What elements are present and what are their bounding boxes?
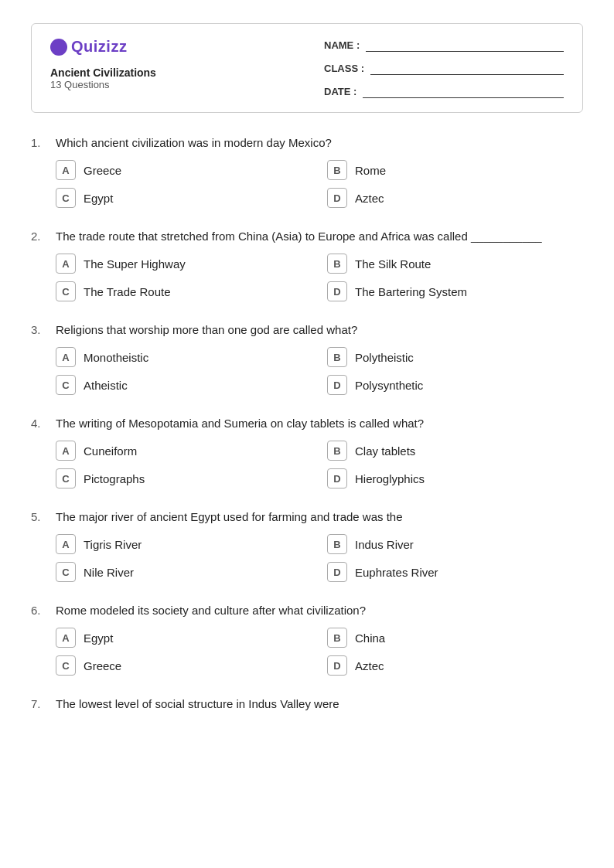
answer-text-5-d: Euphrates River (355, 566, 438, 579)
question-7-text: 7.The lowest level of social structure i… (31, 697, 583, 710)
answer-letter-a: A (56, 347, 76, 367)
answers-grid-5: ATigris RiverBIndus RiverCNile RiverDEup… (31, 534, 583, 582)
answer-letter-a: A (56, 254, 76, 274)
answer-text-1-c: Egypt (84, 192, 113, 205)
answer-text-6-b: China (355, 631, 385, 645)
answer-letter-c: C (56, 375, 76, 395)
answer-5-c[interactable]: CNile River (56, 562, 312, 582)
answer-text-6-d: Aztec (355, 659, 384, 672)
answers-grid-1: AGreeceBRomeCEgyptDAztec (31, 160, 583, 208)
answer-4-d[interactable]: DHieroglyphics (327, 468, 583, 488)
question-2-text: 2.The trade route that stretched from Ch… (31, 230, 583, 243)
answer-1-c[interactable]: CEgypt (56, 188, 312, 208)
answer-text-4-c: Pictographs (84, 472, 145, 485)
date-label: DATE : (324, 86, 356, 97)
answer-1-d[interactable]: DAztec (327, 188, 583, 208)
answer-3-b[interactable]: BPolytheistic (327, 347, 583, 367)
answer-3-a[interactable]: AMonotheistic (56, 347, 312, 367)
answer-6-b[interactable]: BChina (327, 628, 583, 648)
answer-text-3-d: Polysynthetic (355, 379, 423, 392)
answer-letter-b: B (327, 628, 347, 648)
answer-letter-b: B (327, 254, 347, 274)
answer-letter-c: C (56, 468, 76, 488)
answer-6-a[interactable]: AEgypt (56, 628, 312, 648)
answer-5-d[interactable]: DEuphrates River (327, 562, 583, 582)
answer-1-a[interactable]: AGreece (56, 160, 312, 180)
answers-grid-4: ACuneiformBClay tabletsCPictographsDHier… (31, 441, 583, 488)
answers-grid-3: AMonotheisticBPolytheisticCAtheisticDPol… (31, 347, 583, 395)
answer-letter-a: A (56, 160, 76, 180)
answer-2-c[interactable]: CThe Trade Route (56, 281, 312, 301)
answer-text-5-c: Nile River (84, 566, 134, 579)
answer-text-4-d: Hieroglyphics (355, 472, 425, 485)
answer-text-1-b: Rome (355, 164, 386, 177)
answer-letter-c: C (56, 281, 76, 301)
answer-text-1-d: Aztec (355, 192, 384, 205)
answer-2-d[interactable]: DThe Bartering System (327, 281, 583, 301)
answer-text-4-b: Clay tablets (355, 444, 415, 458)
answer-text-3-a: Monotheistic (84, 351, 148, 364)
answer-letter-d: D (327, 188, 347, 208)
question-2: 2.The trade route that stretched from Ch… (31, 230, 583, 301)
question-num: 1. (31, 136, 48, 149)
date-field-row: DATE : (324, 84, 564, 98)
name-line (366, 38, 564, 52)
answer-3-d[interactable]: DPolysynthetic (327, 375, 583, 395)
answer-4-a[interactable]: ACuneiform (56, 441, 312, 461)
answer-6-c[interactable]: CGreece (56, 655, 312, 676)
question-3-text: 3.Religions that worship more than one g… (31, 323, 583, 336)
question-num: 4. (31, 417, 48, 430)
question-6: 6.Rome modeled its society and culture a… (31, 604, 583, 676)
question-5-text: 5.The major river of ancient Egypt used … (31, 510, 583, 523)
answer-text-5-b: Indus River (355, 538, 414, 551)
answer-text-2-c: The Trade Route (84, 285, 171, 298)
question-1-text: 1.Which ancient civilization was in mode… (31, 136, 583, 149)
question-num: 5. (31, 510, 48, 523)
date-line (363, 84, 564, 98)
answer-letter-b: B (327, 347, 347, 367)
name-label: NAME : (324, 39, 360, 51)
header-left: Quizizz Ancient Civilizations 13 Questio… (50, 38, 156, 90)
question-num: 2. (31, 230, 48, 243)
question-6-text: 6.Rome modeled its society and culture a… (31, 604, 583, 617)
answer-6-d[interactable]: DAztec (327, 655, 583, 676)
class-field-row: CLASS : (324, 61, 564, 75)
answer-text-6-a: Egypt (84, 631, 113, 645)
answer-letter-b: B (327, 534, 347, 554)
logo: Quizizz (50, 38, 156, 56)
answer-4-c[interactable]: CPictographs (56, 468, 312, 488)
answer-letter-a: A (56, 441, 76, 461)
quiz-title: Ancient Civilizations (50, 66, 156, 79)
logo-text: Quizizz (71, 38, 127, 56)
class-label: CLASS : (324, 63, 364, 74)
header-box: Quizizz Ancient Civilizations 13 Questio… (31, 23, 583, 113)
answer-letter-b: B (327, 160, 347, 180)
answer-letter-d: D (327, 468, 347, 488)
answer-2-b[interactable]: BThe Silk Route (327, 254, 583, 274)
question-1: 1.Which ancient civilization was in mode… (31, 136, 583, 208)
answer-letter-d: D (327, 562, 347, 582)
question-7: 7.The lowest level of social structure i… (31, 697, 583, 710)
answer-letter-a: A (56, 534, 76, 554)
answer-text-2-a: The Super Highway (84, 257, 186, 271)
answer-text-5-a: Tigris River (84, 538, 142, 551)
answer-letter-c: C (56, 188, 76, 208)
question-num: 7. (31, 697, 48, 710)
header-right: NAME : CLASS : DATE : (324, 38, 564, 98)
answer-1-b[interactable]: BRome (327, 160, 583, 180)
name-field-row: NAME : (324, 38, 564, 52)
answer-text-3-c: Atheistic (84, 379, 128, 392)
answer-3-c[interactable]: CAtheistic (56, 375, 312, 395)
question-num: 3. (31, 323, 48, 336)
answer-2-a[interactable]: AThe Super Highway (56, 254, 312, 274)
question-4-text: 4.The writing of Mesopotamia and Sumeria… (31, 417, 583, 430)
question-4: 4.The writing of Mesopotamia and Sumeria… (31, 417, 583, 488)
answer-4-b[interactable]: BClay tablets (327, 441, 583, 461)
answer-text-4-a: Cuneiform (84, 444, 137, 458)
answer-letter-d: D (327, 655, 347, 676)
answer-5-b[interactable]: BIndus River (327, 534, 583, 554)
answer-5-a[interactable]: ATigris River (56, 534, 312, 554)
question-3: 3.Religions that worship more than one g… (31, 323, 583, 395)
answer-letter-c: C (56, 655, 76, 676)
answer-text-2-d: The Bartering System (355, 285, 467, 298)
